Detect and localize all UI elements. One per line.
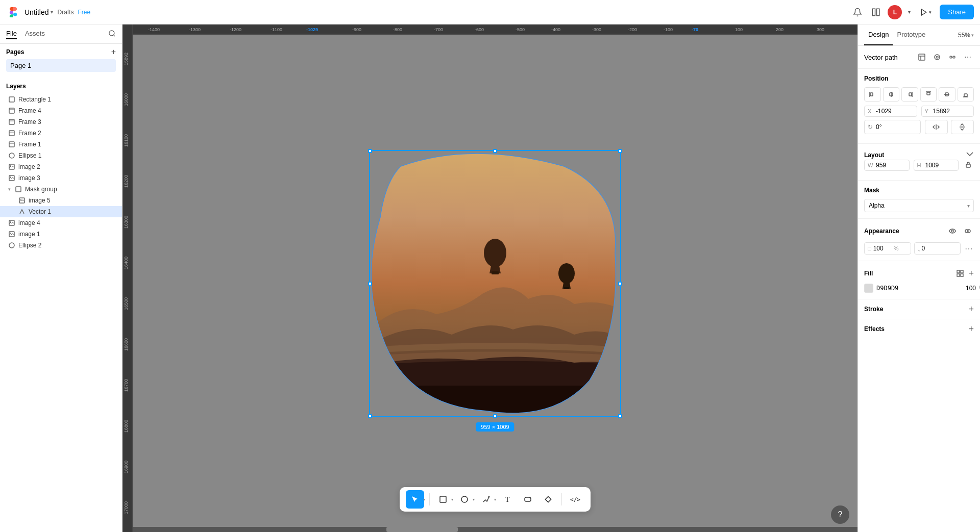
pen-dropdown-arrow[interactable]: ▾: [494, 497, 496, 502]
app-logo[interactable]: [6, 5, 20, 19]
layer-item[interactable]: Rectangle 1: [0, 94, 122, 105]
zoom-dropdown-icon[interactable]: ▾: [971, 33, 974, 38]
layer-item[interactable]: image 3: [0, 172, 122, 184]
layer-item[interactable]: Frame 4: [0, 105, 122, 116]
layer-item[interactable]: Frame 3: [0, 116, 122, 128]
layout-icon-btn[interactable]: [916, 51, 928, 63]
code-tool-button[interactable]: </>: [566, 490, 584, 509]
add-stroke-btn[interactable]: +: [968, 305, 974, 314]
tab-prototype[interactable]: Prototype: [893, 24, 929, 45]
layer-item[interactable]: image 2: [0, 161, 122, 172]
align-middle-btn[interactable]: [939, 87, 955, 102]
frame-tool-button[interactable]: [434, 490, 452, 509]
flip-v-btn[interactable]: [951, 120, 974, 134]
align-center-btn[interactable]: [883, 87, 900, 102]
add-effect-btn[interactable]: +: [968, 324, 974, 334]
layer-item[interactable]: image 4: [0, 217, 122, 229]
rotation-input[interactable]: [876, 123, 917, 131]
image-icon: [8, 231, 15, 238]
layer-item[interactable]: image 1: [0, 229, 122, 240]
add-page-button[interactable]: +: [111, 48, 116, 56]
blend-mode-btn[interactable]: [962, 225, 974, 237]
mask-select[interactable]: Alpha Luminance None: [864, 199, 974, 212]
user-avatar[interactable]: L: [888, 5, 902, 19]
layer-item[interactable]: Frame 2: [0, 128, 122, 139]
fill-grid-btn[interactable]: [954, 267, 966, 280]
add-fill-btn[interactable]: +: [968, 267, 974, 280]
page-item[interactable]: Page 1: [6, 59, 116, 72]
frame-dropdown-arrow[interactable]: ▾: [451, 497, 453, 502]
visibility-toggle-btn[interactable]: [946, 225, 959, 237]
pen-tool-button[interactable]: [477, 490, 495, 509]
search-button[interactable]: [108, 30, 116, 39]
layer-item[interactable]: image 5: [0, 195, 122, 206]
svg-point-3: [109, 30, 114, 35]
svg-text:-1029: -1029: [306, 27, 318, 32]
svg-rect-114: [961, 270, 963, 273]
canvas-scrollbar[interactable]: [133, 527, 857, 532]
canvas-area[interactable]: -1400 -1300 -1200 -1100 -1029 -900 -800 …: [122, 24, 857, 532]
mask-title: Mask: [864, 187, 879, 194]
svg-text:-70: -70: [692, 27, 698, 32]
ellipse-dropdown-arrow[interactable]: ▾: [473, 497, 475, 502]
rotation-row: ↻: [864, 120, 974, 134]
flip-h-btn[interactable]: [925, 120, 948, 134]
lock-ratio-btn[interactable]: [963, 160, 974, 171]
opacity-input-field[interactable]: [873, 245, 892, 252]
share-button[interactable]: Share: [940, 5, 974, 19]
text-tool-button[interactable]: T: [498, 490, 517, 509]
layout-expand-btn[interactable]: [966, 150, 974, 160]
zoom-level[interactable]: 55%: [958, 32, 970, 39]
align-top-btn[interactable]: [920, 87, 937, 102]
notification-button[interactable]: [851, 6, 864, 19]
ellipse-tool-button[interactable]: [455, 490, 474, 509]
balloon-svg: [370, 151, 620, 416]
tab-design[interactable]: Design: [864, 24, 893, 45]
layer-item[interactable]: Ellipse 2: [0, 240, 122, 251]
layer-item[interactable]: Ellipse 1: [0, 150, 122, 161]
svg-rect-33: [16, 187, 21, 192]
x-input[interactable]: [876, 108, 914, 115]
layer-item-vector1[interactable]: Vector 1: [0, 206, 122, 217]
layer-item[interactable]: Frame 1: [0, 139, 122, 150]
fill-opacity-input[interactable]: [958, 285, 976, 292]
align-right-btn[interactable]: [901, 87, 918, 102]
user-dropdown-btn[interactable]: ▾: [907, 8, 912, 16]
select-tool-button[interactable]: [406, 490, 424, 509]
app-title[interactable]: Untitled ▾: [24, 8, 53, 16]
position-header: Position: [864, 75, 974, 82]
fill-title: Fill: [864, 270, 873, 277]
corner-input-field[interactable]: [922, 245, 940, 252]
svg-text:16100: 16100: [124, 134, 129, 147]
h-input[interactable]: [925, 162, 955, 169]
fill-color-input[interactable]: [876, 285, 954, 292]
expand-arrow-icon[interactable]: ▾: [8, 187, 11, 192]
appearance-more-btn[interactable]: ⋯: [964, 243, 974, 255]
component-icon-btn[interactable]: [931, 51, 943, 63]
w-label: W: [868, 162, 874, 168]
layer-item-mask-group[interactable]: ▾ Mask group: [0, 184, 122, 195]
more-icon-btn[interactable]: ⋯: [962, 51, 974, 63]
component-tool-button[interactable]: [539, 490, 557, 509]
x-input-group: X: [864, 106, 917, 117]
align-left-btn[interactable]: [864, 87, 881, 102]
tab-file[interactable]: File: [6, 29, 17, 39]
frame-icon: [8, 130, 15, 137]
w-input[interactable]: [876, 162, 906, 169]
select-dropdown-arrow[interactable]: ▾: [423, 497, 425, 502]
align-bottom-btn[interactable]: [958, 87, 974, 102]
svg-rect-100: [909, 93, 912, 96]
tab-assets[interactable]: Assets: [25, 29, 45, 39]
svg-rect-18: [9, 142, 14, 147]
fill-color-swatch[interactable]: [864, 284, 873, 293]
scrollbar-thumb[interactable]: [386, 527, 458, 532]
svg-point-80: [558, 263, 575, 284]
preview-button[interactable]: ▾: [917, 6, 935, 18]
canvas-frame[interactable]: 959 × 1009: [370, 151, 620, 416]
layers-section: Layers Rectangle 1 Frame 4: [0, 76, 122, 532]
shape-tool-button[interactable]: [519, 490, 537, 509]
help-button[interactable]: ?: [831, 505, 849, 524]
y-input[interactable]: [933, 108, 971, 115]
layout-toggle-button[interactable]: [869, 6, 883, 19]
style-icon-btn[interactable]: [946, 51, 959, 63]
